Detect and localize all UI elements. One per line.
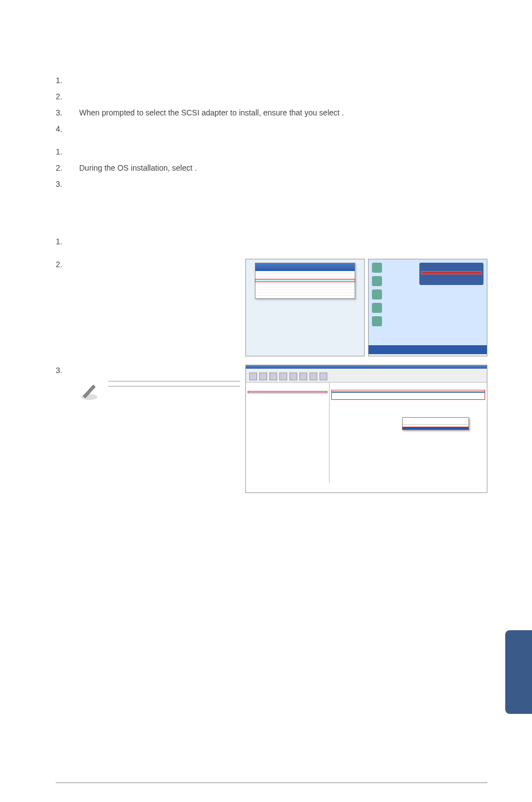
notepad-icon — [372, 276, 382, 286]
tree-item — [332, 403, 485, 404]
screenshot-start-menu — [368, 259, 487, 356]
step2-col: 2. — [56, 259, 240, 356]
step-text — [79, 91, 487, 103]
toolbar-btn — [309, 373, 317, 380]
step-num: 2. — [56, 91, 79, 103]
steps-464: 1. — [56, 236, 487, 248]
wmp-icon — [372, 289, 382, 299]
step-num: 2. — [56, 259, 79, 356]
toolbar-btn — [259, 373, 267, 380]
mycomputer-context — [419, 263, 483, 285]
step-num: 4. — [56, 123, 79, 135]
section-heading-463 — [56, 56, 487, 68]
screenshot-context-menu — [245, 259, 365, 356]
toolbar-btn — [279, 373, 287, 380]
step-num: 1. — [56, 236, 79, 248]
steps-xp: 1. 2. 3.When prompted to select the SCSI… — [56, 75, 487, 135]
logoff-turnoff — [482, 346, 483, 350]
step-text — [79, 146, 487, 158]
step-num: 1. — [56, 146, 79, 158]
note-icon — [79, 381, 99, 401]
toolbar-btn — [249, 373, 257, 380]
toolbar — [246, 371, 487, 383]
context-item — [422, 281, 481, 283]
step-text: During the OS installation, select . — [79, 162, 487, 174]
toolbar-btn — [289, 373, 297, 380]
menu-item — [255, 296, 355, 298]
toolbar-btn — [269, 373, 277, 380]
step-text — [79, 178, 487, 190]
tree-item — [248, 397, 327, 398]
step-num: 3. — [56, 178, 79, 190]
note-text — [108, 381, 240, 386]
step3-col: 3. — [56, 365, 240, 493]
step-num: 2. — [56, 162, 79, 174]
step-num: 1. — [56, 75, 79, 86]
chapter-tab — [505, 630, 532, 714]
messenger-icon — [372, 316, 382, 326]
left-tree — [246, 383, 330, 483]
svg-point-0 — [81, 394, 98, 400]
step-text — [79, 75, 487, 86]
wordpad-icon — [372, 263, 382, 273]
screenshot-device-manager — [245, 365, 487, 493]
step-text — [79, 365, 240, 376]
step-text: When prompted to select the SCSI adapter… — [79, 107, 487, 119]
step-text — [79, 123, 487, 135]
toolbar-btn — [320, 373, 327, 380]
step-num: 3. — [56, 365, 79, 376]
msn-icon — [372, 303, 382, 313]
step-text — [79, 259, 240, 356]
toolbar-btn — [299, 373, 307, 380]
step-num: 3. — [56, 107, 79, 119]
right-tree — [330, 383, 487, 483]
section-heading-464 — [56, 217, 487, 229]
context-item-highlighted — [403, 427, 468, 429]
context-menu — [402, 417, 469, 430]
step-text — [79, 236, 487, 248]
steps-vista: 1. 2.During the OS installation, select … — [56, 146, 487, 190]
footer — [56, 782, 487, 785]
